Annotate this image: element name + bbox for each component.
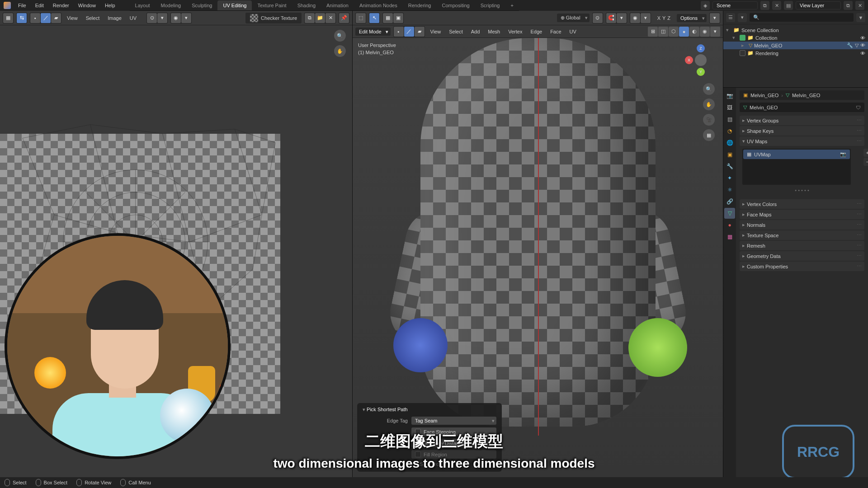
viewport-type-icon[interactable]: ⬚ (356, 13, 366, 23)
mesh-select-edge-icon[interactable]: ／ (404, 27, 414, 37)
shading-dropdown-icon[interactable]: ▾ (710, 27, 720, 37)
outliner-search[interactable]: 🔍 (750, 13, 854, 22)
tab-sculpting[interactable]: Sculpting (186, 0, 217, 10)
vp-camera-icon[interactable]: 🎥 (703, 114, 715, 126)
uv-canvas[interactable]: 🔍 ✋ (0, 25, 352, 477)
uv-pan-icon[interactable]: ✋ (334, 45, 346, 57)
outliner-display-icon[interactable]: ▾ (738, 13, 747, 22)
overlay-toggle-icon[interactable]: ⊞ (648, 27, 658, 37)
ptab-render-icon[interactable]: 📷 (724, 90, 735, 101)
tree-scene-collection[interactable]: ▾📁 Scene Collection (723, 26, 868, 34)
open-image-icon[interactable]: 📁 (315, 13, 325, 23)
mesh-select-face-icon[interactable]: ▰ (415, 27, 425, 37)
uv-zoom-icon[interactable]: 🔍 (334, 30, 346, 42)
tab-texture-paint[interactable]: Texture Paint (252, 0, 292, 10)
vp-zoom-icon[interactable]: 🔍 (703, 83, 715, 95)
options-dropdown[interactable]: Options (677, 14, 707, 22)
ptab-modifier-icon[interactable]: 🔧 (724, 161, 735, 172)
proportional-falloff-icon[interactable]: ▾ (641, 13, 651, 23)
menu-file[interactable]: File (14, 1, 30, 10)
proportional-3d-icon[interactable]: ◉ (630, 13, 640, 23)
ptab-viewlayer-icon[interactable]: ▤ (724, 114, 735, 125)
ptab-world-icon[interactable]: 🌐 (724, 137, 735, 148)
viewlayer-name-input[interactable] (796, 1, 841, 9)
uv-menu-view[interactable]: View (64, 14, 80, 23)
uv-menu-uv[interactable]: UV (127, 14, 139, 23)
shading-solid-icon[interactable]: ● (679, 27, 689, 37)
image-selector[interactable]: Checker Texture (245, 13, 302, 23)
panel-normals[interactable]: Normals⋯ (740, 220, 864, 230)
mesh-select-vertex-icon[interactable]: ▪ (394, 27, 404, 37)
vp-menu-mesh[interactable]: Mesh (485, 27, 503, 36)
select-mode-1-icon[interactable]: ▦ (383, 13, 393, 23)
scene-new-icon[interactable]: ⧉ (760, 1, 769, 10)
vp-menu-edge[interactable]: Edge (528, 27, 545, 36)
new-image-icon[interactable]: ⧉ (305, 13, 315, 23)
viewlayer-icon[interactable]: ▤ (784, 1, 793, 10)
vp-menu-view[interactable]: View (428, 27, 444, 36)
tool-cursor-icon[interactable]: ↖ (369, 13, 379, 23)
mesh-data-icon[interactable]: ▽ (855, 42, 859, 48)
mode-selector[interactable]: Edit Mode (355, 28, 391, 36)
uv-menu-select[interactable]: Select (83, 14, 103, 23)
tab-animation[interactable]: Animation (321, 0, 354, 10)
panel-shape-keys[interactable]: Shape Keys⋯ (740, 126, 864, 136)
tab-add[interactable]: + (505, 0, 519, 10)
checkbox-icon[interactable] (740, 50, 745, 56)
ptab-constraints-icon[interactable]: 🔗 (724, 196, 735, 207)
ptab-output-icon[interactable]: 🖼 (724, 102, 735, 113)
mesh-name-field[interactable]: ▽ Melvin_GEO 🛡 (740, 103, 864, 112)
select-mode-2-icon[interactable]: ▣ (393, 13, 403, 23)
viewlayer-delete-icon[interactable]: ✕ (855, 1, 864, 10)
panel-remesh[interactable]: Remesh⋯ (740, 241, 864, 250)
uvmap-list[interactable]: ▦ UVMap 📷 (742, 149, 851, 185)
uv-editor-type-icon[interactable]: ▦ (3, 13, 13, 23)
viewport-canvas[interactable]: User Perspective (1) Melvin_GEO Z Y X 🔍 … (353, 38, 723, 477)
viewlayer-new-icon[interactable]: ⧉ (844, 1, 853, 10)
panel-texture-space[interactable]: Texture Space⋯ (740, 230, 864, 240)
nav-gizmo[interactable]: Z Y X (685, 44, 717, 76)
uvmap-remove-button[interactable]: − (863, 158, 868, 166)
panel-custom-props[interactable]: Custom Properties⋯ (740, 262, 864, 271)
eye-icon[interactable]: 👁 (860, 51, 865, 56)
pivot-icon[interactable]: ⊙ (593, 13, 603, 23)
op-panel-title[interactable]: Pick Shortest Path (363, 407, 496, 413)
vp-menu-vertex[interactable]: Vertex (505, 27, 525, 36)
ptab-particles-icon[interactable]: ✦ (724, 173, 735, 183)
gizmo-y-icon[interactable]: Y (697, 68, 705, 76)
unlink-image-icon[interactable]: ✕ (326, 13, 335, 23)
menu-render[interactable]: Render (49, 1, 73, 10)
orientation-dropdown[interactable]: ⊕ Global (557, 14, 590, 22)
tree-collection[interactable]: ▾ 📁 Collection 👁 (723, 34, 868, 42)
modifier-icon[interactable]: 🔧 (847, 42, 853, 48)
checkbox-icon[interactable] (740, 35, 745, 41)
proportional-mode-icon[interactable]: ▾ (181, 13, 191, 23)
tab-layout[interactable]: Layout (130, 0, 156, 10)
panel-vertex-groups[interactable]: Vertex Groups⋯ (740, 116, 864, 125)
scene-name-input[interactable] (712, 1, 758, 9)
ptab-scene-icon[interactable]: ◔ (724, 126, 735, 136)
scene-delete-icon[interactable]: ✕ (772, 1, 781, 10)
uv-sync-selection-icon[interactable]: ⇆ (17, 13, 27, 23)
outliner-type-icon[interactable]: ☰ (726, 13, 735, 22)
uvmap-item[interactable]: ▦ UVMap 📷 (743, 150, 850, 159)
menu-help[interactable]: Help (101, 1, 119, 10)
pin-icon[interactable]: 📌 (339, 13, 349, 23)
panel-face-maps[interactable]: Face Maps⋯ (740, 210, 864, 219)
tab-scripting[interactable]: Scripting (475, 0, 505, 10)
panel-uv-maps[interactable]: UV Maps⋯ (740, 136, 864, 146)
gizmo-z-icon[interactable]: Z (697, 44, 705, 52)
uv-select-vertex-icon[interactable]: ▪ (30, 13, 40, 23)
menu-edit[interactable]: Edit (32, 1, 47, 10)
ptab-material-icon[interactable]: ● (724, 220, 735, 230)
tree-melvin-geo[interactable]: ▸ ▽ Melvin_GEO 🔧 ▽ 👁 (723, 42, 868, 49)
snap-target-icon[interactable]: ▾ (617, 13, 627, 23)
uvmap-add-button[interactable]: + (863, 149, 868, 157)
tree-rendering[interactable]: 📁 Rendering 👁 (723, 49, 868, 57)
shading-wireframe-icon[interactable]: ⬡ (669, 27, 679, 37)
shield-icon[interactable]: 🛡 (856, 105, 861, 110)
shading-rendered-icon[interactable]: ◉ (700, 27, 710, 37)
ptab-texture-icon[interactable]: ▦ (724, 231, 735, 242)
viewport-extra-icon[interactable]: ▾ (710, 13, 720, 23)
panel-vertex-colors[interactable]: Vertex Colors⋯ (740, 199, 864, 209)
